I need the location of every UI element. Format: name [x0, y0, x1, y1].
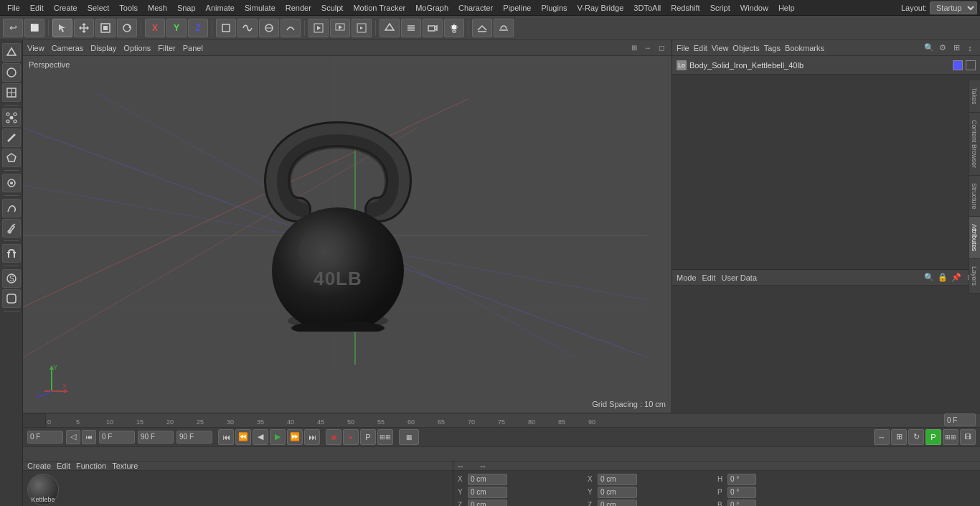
filter-icon[interactable]: ⚙ [937, 42, 948, 54]
model-mode-button[interactable] [2, 43, 21, 62]
record-button[interactable]: ⏺ [326, 429, 341, 445]
viewport-mode-icon[interactable]: ⊞ [628, 42, 640, 54]
tab-layers[interactable]: Layers [969, 259, 980, 294]
z-pos-input[interactable] [468, 500, 507, 506]
viewport-menu-filter[interactable]: Filter [158, 44, 175, 52]
rotate-tool-button[interactable] [117, 19, 137, 37]
h-rot-input[interactable] [727, 474, 756, 485]
play-back2-button[interactable]: ◀ [253, 429, 268, 445]
attr-userdata[interactable]: User Data [722, 273, 758, 282]
menu-mesh[interactable]: Mesh [143, 2, 171, 14]
objmgr-objects[interactable]: Objects [732, 44, 759, 52]
attr-lock-icon[interactable]: 🔒 [937, 272, 948, 284]
menu-render[interactable]: Render [281, 2, 316, 14]
point-mode-button[interactable] [2, 108, 21, 127]
object-color[interactable] [953, 60, 963, 70]
timeline-mode-button[interactable]: ▦ [399, 429, 419, 445]
menu-tools[interactable]: Tools [115, 2, 142, 14]
expand-icon[interactable]: ⊞ [951, 42, 962, 54]
texture-mode-button[interactable] [2, 63, 21, 82]
viewport-menu-cameras[interactable]: Cameras [52, 44, 84, 52]
menu-character[interactable]: Character [454, 2, 497, 14]
menu-pipeline[interactable]: Pipeline [499, 2, 535, 14]
objmgr-file[interactable]: File [677, 44, 689, 52]
mat-create[interactable]: Create [27, 462, 51, 470]
playback-options-button[interactable]: ⊞⊞ [377, 429, 393, 445]
objmgr-bookmarks[interactable]: Bookmarks [785, 44, 824, 52]
menu-script[interactable]: Script [706, 2, 735, 14]
viewport[interactable]: Perspective [23, 56, 672, 413]
menu-help[interactable]: Help [774, 2, 799, 14]
play-back-button[interactable]: ⏮ [82, 430, 96, 444]
y-pos-input[interactable] [468, 487, 507, 498]
sky-button[interactable] [494, 19, 514, 37]
step-forward-button[interactable]: ⏩ [287, 429, 303, 445]
objmgr-view[interactable]: View [712, 44, 729, 52]
play-forward-button[interactable]: ▶ [270, 429, 286, 445]
menu-file[interactable]: File [3, 2, 24, 14]
menu-redshift[interactable]: Redshift [666, 2, 704, 14]
menu-simulate[interactable]: Simulate [240, 2, 280, 14]
attr-mode[interactable]: Mode [677, 273, 697, 282]
go-end-button[interactable]: ⏭ [304, 429, 320, 445]
menu-plugins[interactable]: Plugins [537, 2, 571, 14]
sculpt-button[interactable] [2, 199, 21, 217]
timeline-keyframes[interactable] [23, 447, 980, 462]
parallel-view-button[interactable] [401, 19, 421, 37]
menu-vray[interactable]: V-Ray Bridge [573, 2, 628, 14]
smooth-tool-button[interactable] [2, 289, 21, 308]
objmgr-tags[interactable]: Tags [764, 44, 781, 52]
move-keys-button[interactable]: ↔ [874, 429, 890, 445]
mat-texture[interactable]: Texture [112, 462, 138, 470]
menu-snap[interactable]: Snap [173, 2, 200, 14]
mat-edit[interactable]: Edit [57, 462, 70, 470]
attr-edit[interactable]: Edit [702, 273, 716, 282]
end-time-input[interactable] [138, 431, 174, 444]
snap-button[interactable] [2, 174, 21, 192]
x-pos-input[interactable] [468, 474, 507, 485]
menu-edit[interactable]: Edit [26, 2, 48, 14]
objmgr-edit[interactable]: Edit [694, 44, 707, 52]
current-time-input[interactable] [99, 431, 135, 444]
viewport-menu-panel[interactable]: Panel [183, 44, 203, 52]
select-tool-button[interactable] [52, 19, 72, 37]
create-nurbs-button[interactable] [259, 19, 279, 37]
go-start-button[interactable]: ⏮ [218, 429, 234, 445]
position-button[interactable]: P [925, 429, 941, 445]
viewport-menu-options[interactable]: Options [123, 44, 151, 52]
move-tool-button[interactable] [74, 19, 94, 37]
camera-view-button[interactable] [423, 19, 443, 37]
mat-function[interactable]: Function [76, 462, 106, 470]
film-strip-button[interactable]: 🎞 [960, 429, 976, 445]
viewport-render-icon[interactable]: ◻ [656, 42, 667, 54]
light-view-button[interactable] [444, 19, 464, 37]
object-visibility-editor[interactable] [966, 60, 976, 70]
create-object-button[interactable] [216, 19, 236, 37]
edge-mode-button[interactable] [2, 128, 21, 147]
y-axis-button[interactable]: Y [166, 19, 187, 37]
step-back-button[interactable]: ⏪ [235, 429, 251, 445]
attr-pin-icon[interactable]: 📌 [951, 272, 962, 284]
object-manager-content[interactable] [672, 75, 980, 269]
prev-frame-button[interactable]: ◁ [66, 430, 80, 444]
x-axis-button[interactable]: X [145, 19, 165, 37]
menu-window[interactable]: Window [736, 2, 773, 14]
render-to-po-button[interactable] [352, 19, 372, 37]
layout-select[interactable]: Startup [930, 1, 977, 14]
current-frame-input[interactable] [944, 413, 976, 426]
polygon-mode-button[interactable] [2, 149, 21, 167]
tab-content-browser[interactable]: Content Browser [969, 113, 980, 176]
floor-button[interactable] [472, 19, 492, 37]
tab-attributes[interactable]: Attributes [969, 217, 980, 259]
viewport-menu-view[interactable]: View [27, 44, 44, 52]
menu-sculpt[interactable]: Sculpt [317, 2, 348, 14]
key-all-button[interactable]: P [360, 429, 376, 445]
menu-select[interactable]: Select [83, 2, 114, 14]
p-rot-input[interactable] [727, 487, 756, 498]
viewport-camera-icon[interactable]: ↔ [642, 42, 654, 54]
auto-key-button[interactable]: ● [343, 429, 359, 445]
material-ball[interactable]: Kettlebe [27, 474, 59, 505]
redo-button[interactable]: ⬜ [24, 19, 44, 37]
magnet-button[interactable] [2, 244, 21, 263]
menu-mograph[interactable]: MoGraph [411, 2, 453, 14]
